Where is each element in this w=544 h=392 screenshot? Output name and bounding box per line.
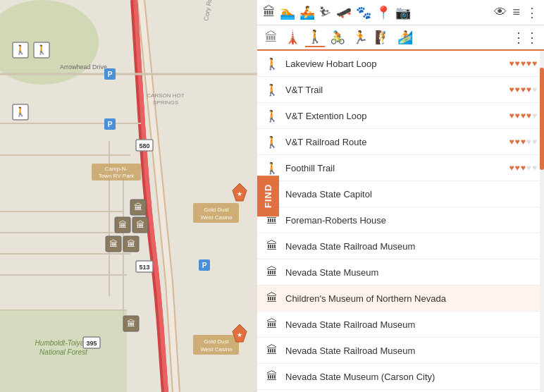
list-item[interactable]: 🚶V&T Extention Loop♥♥♥♥♥ bbox=[257, 103, 544, 129]
svg-text:P: P bbox=[202, 262, 207, 269]
list-item-icon: 🚶 bbox=[264, 82, 280, 97]
svg-text:National Forest: National Forest bbox=[39, 348, 88, 356]
svg-text:🏛: 🏛 bbox=[118, 220, 127, 230]
svg-text:P: P bbox=[108, 71, 113, 78]
list-item-name: Lakeview Hobart Loop bbox=[285, 59, 505, 69]
list-item[interactable]: 🏛Nevada State Museum bbox=[257, 259, 544, 286]
svg-text:🚶: 🚶 bbox=[15, 106, 27, 118]
item-rating: ♥♥♥♥♥ bbox=[509, 163, 537, 173]
heart-icon: ♥ bbox=[532, 59, 537, 68]
list-item-name: Foreman-Roberts House bbox=[285, 215, 537, 226]
svg-text:🚶: 🚶 bbox=[36, 44, 48, 56]
cat-building-icon[interactable]: 🏛 bbox=[263, 29, 280, 47]
list-item-icon: 🏛 bbox=[264, 238, 280, 254]
list-item[interactable]: 🏛Nevada State Railroad Museum bbox=[257, 233, 544, 259]
heart-icon: ♥ bbox=[532, 85, 537, 94]
list-item-name: Nevada State Railroad Museum bbox=[285, 319, 537, 330]
list-item-icon: 🏛 bbox=[264, 290, 280, 306]
list-item-icon: 🚶 bbox=[264, 160, 280, 176]
svg-text:Camp-N-: Camp-N- bbox=[105, 166, 128, 172]
heart-icon: ♥ bbox=[509, 111, 514, 121]
paw-icon[interactable]: 🐾 bbox=[356, 5, 371, 20]
list-item[interactable]: 🚶V&T Railroad Route♥♥♥♥♥ bbox=[257, 129, 544, 155]
heart-icon: ♥ bbox=[526, 111, 531, 121]
list-item-name: Nevada State Museum (Carson City) bbox=[285, 372, 537, 382]
list-area[interactable]: 🚶Lakeview Hobart Loop♥♥♥♥♥🚶V&T Trail♥♥♥♥… bbox=[257, 51, 544, 392]
svg-text:🏛: 🏛 bbox=[134, 202, 142, 212]
find-button[interactable]: FIND bbox=[257, 176, 279, 216]
list-item-icon: 🏛 bbox=[264, 317, 280, 332]
heart-icon: ♥ bbox=[521, 137, 526, 147]
svg-text:Arrowhead Drive: Arrowhead Drive bbox=[60, 63, 107, 71]
list-item-icon: 🏛 bbox=[264, 369, 280, 384]
cat-surf-icon[interactable]: 🏄 bbox=[395, 28, 415, 47]
view-icons: 👁 ≡ ⋮ bbox=[494, 5, 538, 20]
filter-icon[interactable]: ≡ bbox=[512, 5, 520, 20]
heart-icon: ♥ bbox=[532, 111, 537, 121]
list-item-icon: 🏛 bbox=[264, 343, 280, 358]
heart-icon: ♥ bbox=[526, 137, 531, 147]
visibility-icon[interactable]: 👁 bbox=[494, 5, 507, 20]
list-item-icon: 🚶 bbox=[264, 56, 280, 71]
cat-run-icon[interactable]: 🏃 bbox=[350, 28, 370, 47]
list-item[interactable]: 🏛Nevada State Railroad Museum bbox=[257, 338, 544, 364]
item-rating: ♥♥♥♥♥ bbox=[509, 137, 537, 147]
cat-bike-icon[interactable]: 🚴 bbox=[328, 28, 347, 47]
list-item-icon: 🏛 bbox=[264, 264, 280, 280]
list-item-name: Nevada State Museum bbox=[285, 267, 537, 278]
item-rating: ♥♥♥♥♥ bbox=[509, 59, 537, 68]
heart-icon: ♥ bbox=[515, 59, 520, 68]
cat-tower-icon[interactable]: 🗼 bbox=[283, 28, 302, 47]
list-item[interactable]: 🚶Foothill Trail♥♥♥♥♥ bbox=[257, 155, 544, 181]
list-item-name: Children's Museum of Northern Nevada bbox=[285, 293, 537, 304]
list-item[interactable]: 🏛Nevada State Museum (Carson City) bbox=[257, 364, 544, 390]
row-icon[interactable]: 🚣 bbox=[299, 5, 315, 20]
svg-text:513: 513 bbox=[139, 264, 149, 271]
more-categories-icon[interactable]: ⋮⋮ bbox=[512, 29, 538, 46]
list-item[interactable]: 🏛Nevada State Capitol bbox=[257, 181, 544, 207]
heart-icon: ♥ bbox=[509, 163, 514, 173]
cat-climb-icon[interactable]: 🧗 bbox=[373, 28, 392, 47]
svg-text:★: ★ bbox=[237, 331, 242, 338]
landmark-icon[interactable]: 🏛 bbox=[263, 5, 276, 20]
more-icon[interactable]: ⋮ bbox=[526, 5, 538, 20]
svg-text:West Casino: West Casino bbox=[200, 346, 233, 353]
pin-icon[interactable]: 📍 bbox=[376, 5, 391, 20]
list-item-name: V&T Extention Loop bbox=[285, 111, 505, 121]
heart-icon: ♥ bbox=[521, 59, 526, 68]
list-item-icon: 🚶 bbox=[264, 134, 280, 149]
heart-icon: ♥ bbox=[526, 163, 531, 173]
svg-text:Gold Dust: Gold Dust bbox=[204, 338, 229, 345]
list-item[interactable]: 🏛Nevada State Railroad Museum bbox=[257, 312, 544, 338]
svg-text:Town RV Park: Town RV Park bbox=[99, 173, 135, 179]
list-item[interactable]: 🚶V&T Trail♥♥♥♥♥ bbox=[257, 77, 544, 103]
svg-text:🏛: 🏛 bbox=[127, 319, 135, 329]
list-item-name: Foothill Trail bbox=[285, 163, 505, 173]
svg-text:🏛: 🏛 bbox=[109, 239, 118, 249]
ski-icon[interactable]: ⛷ bbox=[319, 5, 332, 20]
heart-icon: ♥ bbox=[521, 85, 526, 94]
svg-text:🏛: 🏛 bbox=[127, 239, 135, 249]
svg-text:P: P bbox=[108, 121, 113, 128]
heart-icon: ♥ bbox=[521, 111, 526, 121]
activity-icons: 🏛 🏊 🚣 ⛷ 🛹 🐾 📍 📷 bbox=[263, 5, 411, 20]
svg-text:🏛: 🏛 bbox=[136, 220, 144, 230]
map-area[interactable]: Cory Road Arrowhead Drive CARSON HOT SPR… bbox=[0, 0, 257, 392]
list-item[interactable]: 🏛Children's Museum of Northern Nevada bbox=[257, 286, 544, 312]
toolbar-top: 🏛 🏊 🚣 ⛷ 🛹 🐾 📍 📷 👁 ≡ ⋮ bbox=[257, 0, 544, 25]
item-rating: ♥♥♥♥♥ bbox=[509, 85, 537, 94]
right-panel: 🏛 🏊 🚣 ⛷ 🛹 🐾 📍 📷 👁 ≡ ⋮ 🏛 🗼 🚶 🚴 🏃 🧗 🏄 ⋮⋮ 🚶… bbox=[257, 0, 544, 392]
cat-hike-icon[interactable]: 🚶 bbox=[305, 27, 325, 47]
item-rating: ♥♥♥♥♥ bbox=[509, 111, 537, 121]
camera-icon[interactable]: 📷 bbox=[395, 5, 411, 20]
list-item[interactable]: 🚶Lakeview Hobart Loop♥♥♥♥♥ bbox=[257, 51, 544, 77]
skate-icon[interactable]: 🛹 bbox=[336, 5, 352, 20]
svg-text:580: 580 bbox=[139, 142, 149, 149]
heart-icon: ♥ bbox=[515, 137, 520, 147]
list-item[interactable]: 🏛Foreman-Roberts House bbox=[257, 207, 544, 233]
list-item-name: Nevada State Capitol bbox=[285, 189, 537, 200]
list-item-name: V&T Railroad Route bbox=[285, 137, 505, 147]
heart-icon: ♥ bbox=[509, 85, 514, 94]
swim-icon[interactable]: 🏊 bbox=[280, 5, 295, 20]
heart-icon: ♥ bbox=[515, 85, 520, 94]
